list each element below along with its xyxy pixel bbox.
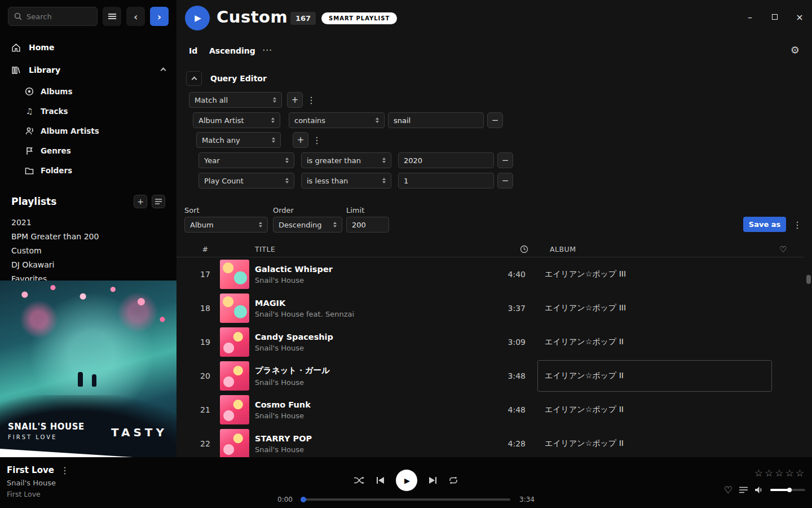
rule-value-input[interactable] xyxy=(398,152,494,168)
back-button[interactable]: ‹ xyxy=(126,7,145,26)
favorite-column-heart-icon[interactable]: ♡ xyxy=(779,244,787,255)
repeat-button[interactable] xyxy=(448,476,458,485)
save-menu[interactable]: ⋮ xyxy=(793,217,801,233)
close-button[interactable]: × xyxy=(795,12,804,21)
playlist-options-button[interactable] xyxy=(152,195,165,208)
sort-select[interactable]: Album xyxy=(184,217,268,233)
volume-button[interactable] xyxy=(754,486,764,494)
track-list: 17 Galactic Whisper Snail's House 4:40 エ… xyxy=(176,257,804,457)
rule-operator-select[interactable]: contains xyxy=(289,112,385,128)
track-album-cell[interactable]: エイリアン☆ポップ III xyxy=(537,292,772,324)
search-box[interactable] xyxy=(8,7,98,26)
root-group-menu[interactable]: ⋮ xyxy=(307,92,315,108)
now-playing-menu[interactable]: ⋮ xyxy=(61,466,69,475)
add-playlist-button[interactable]: + xyxy=(134,195,147,208)
volume-handle[interactable] xyxy=(787,488,792,492)
play-playlist-button[interactable]: ▶ xyxy=(185,6,210,30)
table-row[interactable]: 22 STARRY POP Snail's House 4:28 エイリアン☆ポ… xyxy=(176,427,804,457)
playlist-item[interactable]: DJ Okawari xyxy=(0,257,176,271)
add-group-rule-button[interactable]: + xyxy=(293,132,308,148)
play-pause-button[interactable]: ▶ xyxy=(396,470,417,491)
sidebar-item-home[interactable]: Home xyxy=(0,36,176,59)
queue-button[interactable] xyxy=(739,487,748,493)
sortbar-more-button[interactable]: ⋯ xyxy=(262,44,272,55)
seek-bar[interactable] xyxy=(302,498,510,501)
add-rule-button[interactable]: + xyxy=(287,92,303,108)
save-as-button[interactable]: Save as xyxy=(743,217,786,232)
now-playing-title: First Love xyxy=(7,465,54,475)
rule-value-input[interactable] xyxy=(388,112,484,128)
star-icon[interactable]: ☆ xyxy=(754,467,763,479)
star-icon[interactable]: ☆ xyxy=(796,467,804,479)
column-album[interactable]: ALBUM xyxy=(550,245,576,253)
star-icon[interactable]: ☆ xyxy=(785,467,794,479)
remove-rule-button[interactable]: − xyxy=(497,173,513,189)
library-item-label: Genres xyxy=(41,146,71,155)
search-input[interactable] xyxy=(27,12,89,21)
root-match-select[interactable]: Match all xyxy=(189,92,282,108)
playlist-item[interactable]: 2021 xyxy=(0,215,176,229)
rule-field-select[interactable]: Album Artist xyxy=(193,112,280,128)
rule-operator-value: is less than xyxy=(307,177,348,185)
table-row[interactable]: 19 Candy Spaceship Snail's House 3:09 エイ… xyxy=(176,325,804,359)
table-row[interactable]: 21 Cosmo Funk Snail's House 4:48 エイリアン☆ポ… xyxy=(176,393,804,427)
seek-handle[interactable] xyxy=(301,497,306,502)
library-item-label: Album Artists xyxy=(41,126,99,135)
list-icon xyxy=(155,199,162,204)
group-menu[interactable]: ⋮ xyxy=(313,132,321,148)
star-icon[interactable]: ☆ xyxy=(765,467,773,479)
duration-column-clock-icon[interactable] xyxy=(520,245,528,253)
table-row[interactable]: 17 Galactic Whisper Snail's House 4:40 エ… xyxy=(176,257,804,291)
shuffle-button[interactable] xyxy=(354,476,365,485)
previous-button[interactable] xyxy=(376,476,385,484)
track-artist: Snail's House xyxy=(255,378,486,387)
sidebar-item-albums[interactable]: Albums xyxy=(0,81,176,101)
table-row[interactable]: 18 MAGIK Snail's House feat. Sennzai 3:3… xyxy=(176,291,804,325)
rule-value-input[interactable] xyxy=(398,173,494,189)
column-title[interactable]: TITLE xyxy=(255,245,275,253)
track-album-cell[interactable]: エイリアン☆ポップ II xyxy=(537,428,772,457)
sidebar-item-album-artists[interactable]: Album Artists xyxy=(0,121,176,141)
scrollbar-handle[interactable] xyxy=(806,275,811,284)
query-editor-collapse-button[interactable] xyxy=(186,71,202,86)
maximize-button[interactable] xyxy=(770,12,779,21)
minimize-button[interactable]: – xyxy=(745,12,754,21)
group-match-select[interactable]: Match any xyxy=(196,132,281,148)
playlists-title: Playlists xyxy=(11,196,129,207)
sort-direction-button[interactable]: Ascending xyxy=(209,46,255,55)
sidebar-item-folders[interactable]: Folders xyxy=(0,160,176,180)
column-index[interactable]: # xyxy=(191,245,219,253)
table-row[interactable]: 20 プラネット・ガール Snail's House 3:48 エイリアン☆ポッ… xyxy=(176,359,804,393)
sidebar-item-library[interactable]: Library xyxy=(0,59,176,81)
sidebar-item-tracks[interactable]: ♫ Tracks xyxy=(0,101,176,121)
volume-slider[interactable] xyxy=(770,489,805,491)
playlist-item[interactable]: Custom xyxy=(0,243,176,257)
rule-field-select[interactable]: Year xyxy=(198,152,294,168)
collapse-library-icon[interactable] xyxy=(161,67,166,73)
track-album: エイリアン☆ポップ II xyxy=(545,439,624,449)
sort-field-button[interactable]: Id xyxy=(189,46,197,55)
sidebar-item-genres[interactable]: Genres xyxy=(0,141,176,160)
next-button[interactable] xyxy=(429,476,437,484)
menu-button[interactable] xyxy=(103,7,121,26)
track-album-cell[interactable]: エイリアン☆ポップ II xyxy=(537,326,772,358)
forward-button[interactable]: › xyxy=(150,7,169,26)
settings-gear-icon[interactable]: ⚙ xyxy=(791,44,800,56)
playlist-item[interactable]: BPM Greater than 200 xyxy=(0,229,176,243)
select-arrows-icon xyxy=(333,222,337,227)
track-album-cell[interactable]: エイリアン☆ポップ III xyxy=(537,259,772,290)
limit-input[interactable] xyxy=(346,217,389,233)
rule-field-select[interactable]: Play Count xyxy=(198,173,294,189)
remove-rule-button[interactable]: − xyxy=(497,152,513,168)
track-thumb xyxy=(220,429,249,457)
rule-operator-select[interactable]: is less than xyxy=(301,173,391,189)
star-icon[interactable]: ☆ xyxy=(775,467,783,479)
track-thumb xyxy=(220,327,249,357)
track-album-cell[interactable]: エイリアン☆ポップ II xyxy=(537,360,772,392)
remove-rule-button[interactable]: − xyxy=(487,112,503,128)
favorite-heart-icon[interactable]: ♡ xyxy=(724,484,732,496)
sidebar: ‹ › Home Library Albums ♫ Tracks Album A… xyxy=(0,0,176,457)
rule-operator-select[interactable]: is greater than xyxy=(301,152,391,168)
order-select[interactable]: Descending xyxy=(273,217,342,233)
track-album-cell[interactable]: エイリアン☆ポップ II xyxy=(537,394,772,426)
